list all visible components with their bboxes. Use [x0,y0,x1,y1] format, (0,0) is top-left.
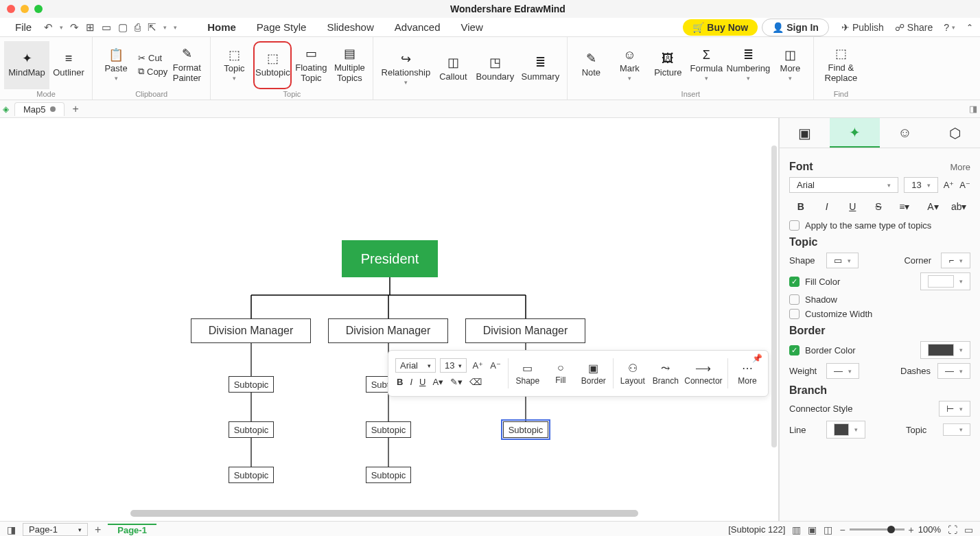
maximize-window[interactable] [34,5,43,13]
font-name-select[interactable]: Arial▾ [789,177,898,193]
page-tab[interactable]: Page-1 [108,524,156,535]
line-color-select[interactable]: ▾ [826,421,865,439]
numbering-button[interactable]: ≣Numbering▾ [725,41,771,89]
panel-tab-emoji-icon[interactable]: ☺ [880,118,930,148]
ft-border-button[interactable]: ▣Border [580,362,607,386]
callout-button[interactable]: ◫Callout [434,45,472,93]
formula-button[interactable]: ΣFormula▾ [687,41,725,89]
share-button[interactable]: ☍ Share [895,22,933,33]
ft-connector-button[interactable]: ⟶Connector [685,362,722,386]
font-more-link[interactable]: More [950,162,970,172]
node-president[interactable]: President [342,240,438,277]
menu-view[interactable]: View [453,19,491,36]
format-painter-button[interactable]: ✎Format Painter [167,41,206,89]
print-icon[interactable]: ⎙ [135,21,141,33]
panel-tab-style-icon[interactable]: ✦ [830,118,880,148]
shadow-checkbox[interactable] [789,294,800,305]
menu-home[interactable]: Home [199,19,244,36]
ft-size-select[interactable]: 13▾ [440,358,467,373]
font-grow-icon[interactable]: A⁺ [944,180,955,190]
pin-icon[interactable]: 📌 [752,353,762,363]
open-icon[interactable]: ▭ [102,21,111,34]
font-grow-icon[interactable]: A⁺ [471,359,485,372]
copy-button[interactable]: ⧉ Copy [138,66,167,77]
font-size-select[interactable]: 13▾ [904,177,937,193]
close-window[interactable] [7,5,15,13]
vertical-scrollbar[interactable] [771,145,777,447]
paste-button[interactable]: 📋Paste▾ [97,41,135,89]
border-color-select[interactable]: ▾ [920,341,970,359]
dashes-select[interactable]: —▾ [937,363,970,379]
font-shrink-icon[interactable]: A⁻ [489,359,502,372]
zoom-slider[interactable] [850,528,905,531]
ft-more-button[interactable]: ⋯More [734,362,761,386]
fill-color-select[interactable]: ▾ [920,272,970,290]
panel-tab-settings-icon[interactable]: ⬡ [930,118,980,148]
presentation-icon[interactable]: ▭ [964,524,973,535]
buy-now-button[interactable]: 🛒 Buy Now [683,19,758,36]
add-page-button[interactable]: + [95,524,101,536]
underline-icon[interactable]: U [418,375,427,388]
font-shrink-icon[interactable]: A⁻ [959,180,970,190]
boundary-button[interactable]: ◳Boundary [472,45,517,93]
outliner-mode-button[interactable]: ≡Outliner [49,41,88,89]
export-icon[interactable]: ⇱ [148,21,156,34]
mark-button[interactable]: ☺Mark▾ [610,41,649,89]
ft-layout-button[interactable]: ⚇Layout [619,362,646,386]
collapse-ribbon[interactable]: ⌃ [966,23,973,32]
subtopic-button[interactable]: ⬚Subtopic [253,41,292,89]
save-icon[interactable]: ▢ [118,21,128,34]
panel-tab-outline-icon[interactable]: ▣ [780,118,830,148]
ft-font-select[interactable]: Arial▾ [395,358,436,373]
font-color-button[interactable]: A▾ [922,197,945,216]
canvas[interactable]: President Division Manager Division Mana… [0,118,779,521]
view-mode-1-icon[interactable]: ▥ [792,524,801,535]
relationship-button[interactable]: ↪Relationship▾ [377,45,434,93]
highlight-button[interactable]: ab▾ [947,197,970,216]
menu-advanced[interactable]: Advanced [386,19,449,36]
bold-button[interactable]: B [789,197,813,216]
minimize-window[interactable] [21,5,29,13]
node-manager-2[interactable]: Division Manager [328,318,448,343]
italic-button[interactable]: I [815,197,839,216]
node-subtopic[interactable]: Subtopic [229,467,274,483]
highlight-icon[interactable]: ✎▾ [449,375,464,388]
strike-button[interactable]: S [867,197,890,216]
node-manager-3[interactable]: Division Manager [465,318,585,343]
clear-format-icon[interactable]: ⌫ [468,375,483,388]
more-insert-button[interactable]: ◫More▾ [771,41,809,89]
shape-select[interactable]: ▭▾ [826,253,859,268]
redo-icon[interactable]: ↷ [70,21,79,34]
node-subtopic[interactable]: Subtopic [366,421,411,438]
align-button[interactable]: ≡▾ [893,197,916,216]
cut-button[interactable]: ✂ Cut [138,53,167,63]
menu-page-style[interactable]: Page Style [248,19,315,36]
border-color-checkbox[interactable]: ✓ [789,345,800,356]
node-subtopic[interactable]: Subtopic [229,421,274,438]
view-mode-2-icon[interactable]: ▣ [808,524,817,535]
multiple-topics-button[interactable]: ▤Multiple Topics [330,41,369,89]
summary-button[interactable]: ≣Summary [517,45,563,93]
node-subtopic-selected[interactable]: Subtopic [503,421,548,438]
doc-tab[interactable]: Map5 [14,102,65,116]
customize-width-checkbox[interactable] [789,309,800,319]
mindmap-mode-button[interactable]: ✦MindMap [4,41,49,89]
apply-same-checkbox[interactable] [789,220,800,231]
fullscreen-icon[interactable]: ⛶ [948,524,957,535]
connector-style-select[interactable]: ⊢▾ [939,401,970,417]
ft-fill-button[interactable]: ○Fill [547,362,574,385]
help-button[interactable]: ?▾ [944,22,955,33]
outline-view-icon[interactable]: ◨ [7,524,16,535]
node-subtopic[interactable]: Subtopic [229,376,274,393]
note-button[interactable]: ✎Note [572,41,610,89]
publish-button[interactable]: ✈ Publish [841,22,884,33]
zoom-out-icon[interactable]: − [839,524,845,535]
horizontal-scrollbar[interactable] [130,510,638,517]
corner-select[interactable]: ⌐▾ [941,253,970,268]
undo-icon[interactable]: ↶ [44,21,53,34]
node-manager-1[interactable]: Division Manager [191,318,311,343]
italic-icon[interactable]: I [408,375,414,388]
bold-icon[interactable]: B [395,375,404,388]
menu-slideshow[interactable]: Slideshow [318,19,382,36]
zoom-in-icon[interactable]: + [909,524,914,535]
